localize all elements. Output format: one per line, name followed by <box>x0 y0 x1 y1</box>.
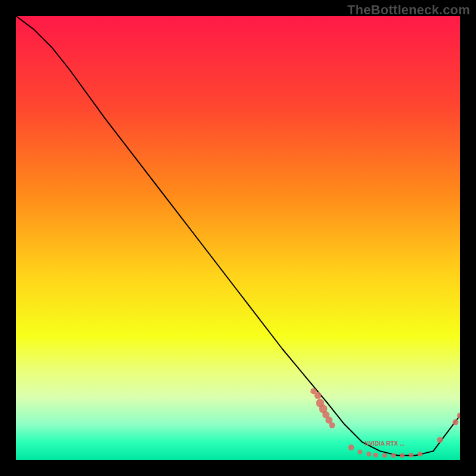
gradient-background <box>16 16 460 460</box>
data-point <box>314 392 321 399</box>
annotation-group: NVIDIA RTX ... <box>364 440 405 447</box>
data-point <box>391 453 396 458</box>
data-point <box>409 453 414 458</box>
chart-container: TheBottleneck.com NVIDIA RTX ... <box>0 0 476 476</box>
data-point <box>453 419 459 425</box>
data-point <box>358 450 362 455</box>
series-label: NVIDIA RTX ... <box>364 440 405 447</box>
data-point <box>382 453 387 458</box>
data-point <box>437 437 443 443</box>
plot-svg: NVIDIA RTX ... <box>16 16 460 460</box>
data-point <box>418 452 422 456</box>
data-point <box>373 453 378 458</box>
watermark-text: TheBottleneck.com <box>347 2 470 18</box>
data-point <box>348 444 354 450</box>
data-point <box>367 452 371 456</box>
data-point <box>400 453 405 458</box>
plot-area: NVIDIA RTX ... <box>16 16 460 460</box>
data-point <box>329 422 335 428</box>
